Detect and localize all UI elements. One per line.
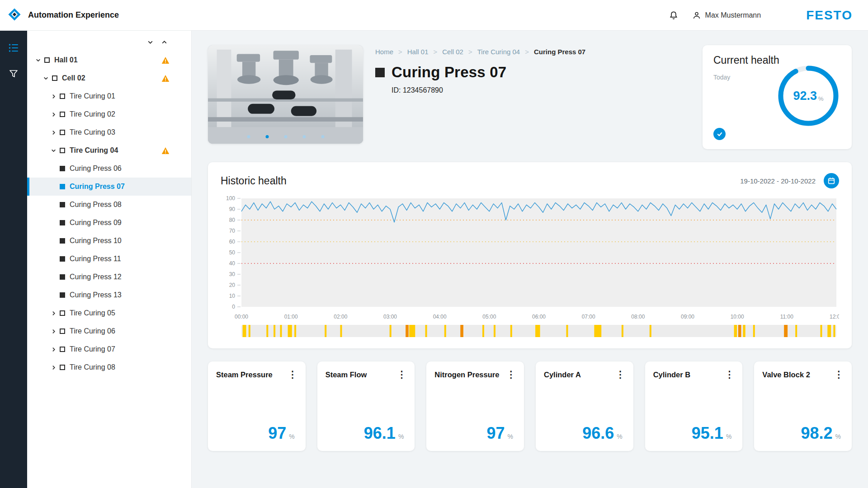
event-segment (266, 325, 268, 337)
event-segment (390, 325, 392, 337)
tree-item-tire-curing-02[interactable]: Tire Curing 02 (27, 105, 191, 123)
tree-item-cell-02[interactable]: Cell 02 (27, 69, 191, 87)
chevron-right-icon[interactable] (50, 130, 57, 136)
metric-card-steam-pressure: Steam Pressure⋮97% (208, 361, 306, 451)
svg-text:100: 100 (226, 195, 235, 202)
tree-item-hall-01[interactable]: Hall 01 (27, 51, 191, 69)
tree-item-label: Tire Curing 04 (70, 146, 118, 155)
person-icon (692, 11, 701, 20)
expand-all-icon[interactable] (161, 39, 168, 46)
svg-text:40: 40 (229, 260, 236, 267)
tree-item-curing-press-12[interactable]: Curing Press 12 (27, 268, 191, 286)
event-segment (738, 325, 741, 337)
carousel-dot[interactable] (265, 135, 269, 138)
chevron-right-icon[interactable] (50, 310, 57, 316)
tree-item-label: Cell 02 (62, 74, 85, 82)
breadcrumb-item[interactable]: Hall 01 (407, 48, 429, 56)
chevron-down-icon[interactable] (50, 148, 57, 154)
tree-item-curing-press-06[interactable]: Curing Press 06 (27, 160, 191, 178)
tree-item-tire-curing-08[interactable]: Tire Curing 08 (27, 358, 191, 376)
breadcrumb-item[interactable]: Home (375, 48, 393, 56)
tree-item-label: Curing Press 11 (70, 255, 121, 263)
tree-item-tire-curing-07[interactable]: Tire Curing 07 (27, 340, 191, 358)
filter-icon[interactable] (9, 69, 19, 79)
event-segment (594, 325, 601, 337)
tree-item-curing-press-08[interactable]: Curing Press 08 (27, 196, 191, 214)
calendar-button[interactable] (824, 173, 839, 188)
group-square-icon (52, 75, 57, 81)
festo-logo: FESTO (806, 8, 853, 23)
main-content: Home>Hall 01>Cell 02>Tire Curing 04>Curi… (192, 31, 868, 488)
chevron-down-icon[interactable] (42, 75, 50, 81)
collapse-all-icon[interactable] (147, 39, 154, 46)
carousel-dot[interactable] (302, 135, 306, 138)
tree-item-curing-press-13[interactable]: Curing Press 13 (27, 286, 191, 304)
svg-text:04:00: 04:00 (433, 314, 447, 320)
carousel-dot[interactable] (321, 135, 324, 138)
chevron-right-icon[interactable] (50, 112, 57, 117)
svg-text:20: 20 (229, 282, 236, 288)
svg-text:12:00: 12:00 (830, 314, 839, 320)
tree-item-tire-curing-03[interactable]: Tire Curing 03 (27, 123, 191, 141)
svg-text:09:00: 09:00 (681, 314, 694, 320)
metric-value: 95.1 (692, 424, 723, 443)
notifications-bell-icon[interactable] (669, 10, 679, 20)
breadcrumb-item[interactable]: Cell 02 (442, 48, 463, 56)
kebab-menu-icon[interactable]: ⋮ (834, 371, 844, 379)
check-circle-icon (713, 128, 726, 140)
event-segment (243, 325, 246, 337)
user-menu[interactable]: Max Mustermann (692, 11, 761, 20)
tree-item-tire-curing-04[interactable]: Tire Curing 04 (27, 141, 191, 160)
breadcrumb-separator: > (433, 48, 437, 56)
event-segment (482, 325, 484, 337)
event-segment (784, 325, 788, 337)
chevron-right-icon[interactable] (50, 328, 57, 334)
event-segment (827, 325, 831, 337)
carousel-dot[interactable] (284, 135, 287, 138)
top-bar: Automation Experience Max Mustermann FES… (0, 0, 868, 31)
event-segment (249, 325, 250, 337)
svg-text:03:00: 03:00 (383, 314, 397, 320)
metric-unit: % (398, 433, 404, 440)
kebab-menu-icon[interactable]: ⋮ (616, 371, 625, 379)
tree-item-tire-curing-01[interactable]: Tire Curing 01 (27, 87, 191, 105)
metric-value: 96.6 (582, 424, 614, 443)
chevron-right-icon[interactable] (50, 94, 57, 99)
health-value: 92.3 (793, 89, 817, 103)
kebab-menu-icon[interactable]: ⋮ (397, 371, 406, 379)
tree-item-curing-press-09[interactable]: Curing Press 09 (27, 214, 191, 232)
asset-tree-sidebar: Hall 01Cell 02Tire Curing 01Tire Curing … (27, 31, 192, 488)
tree-list-icon[interactable] (8, 42, 19, 53)
tree-item-curing-press-07[interactable]: Curing Press 07 (27, 178, 191, 196)
tree-item-tire-curing-06[interactable]: Tire Curing 06 (27, 322, 191, 340)
group-square-icon (60, 365, 65, 370)
metric-unit: % (289, 433, 294, 440)
carousel-dot[interactable] (247, 135, 250, 138)
event-segment (340, 325, 342, 337)
kebab-menu-icon[interactable]: ⋮ (288, 371, 297, 379)
svg-text:10: 10 (229, 293, 236, 299)
tree-item-label: Tire Curing 01 (70, 92, 115, 100)
breadcrumb-item[interactable]: Tire Curing 04 (477, 48, 520, 56)
machine-photo-card[interactable] (208, 45, 363, 144)
kebab-menu-icon[interactable]: ⋮ (506, 371, 516, 379)
tree-item-label: Curing Press 06 (70, 164, 122, 173)
metric-card-steam-flow: Steam Flow⋮96.1% (317, 361, 415, 451)
metric-cards-row: Steam Pressure⋮97%Steam Flow⋮96.1%Nitrog… (208, 361, 852, 451)
tree-item-tire-curing-05[interactable]: Tire Curing 05 (27, 304, 191, 322)
svg-text:06:00: 06:00 (532, 314, 546, 320)
event-segment (566, 325, 568, 337)
tree-item-label: Curing Press 09 (70, 219, 122, 227)
event-segment (535, 325, 540, 337)
tree-item-label: Hall 01 (54, 56, 78, 64)
app-logo-icon (7, 7, 22, 23)
metric-value: 98.2 (801, 424, 832, 443)
kebab-menu-icon[interactable]: ⋮ (725, 371, 734, 379)
event-segment (325, 325, 326, 337)
chevron-right-icon[interactable] (50, 365, 57, 371)
tree-item-curing-press-10[interactable]: Curing Press 10 (27, 232, 191, 250)
chevron-right-icon[interactable] (50, 347, 57, 352)
chevron-down-icon[interactable] (34, 57, 42, 63)
device-id: ID: 1234567890 (392, 86, 690, 94)
tree-item-curing-press-11[interactable]: Curing Press 11 (27, 250, 191, 268)
